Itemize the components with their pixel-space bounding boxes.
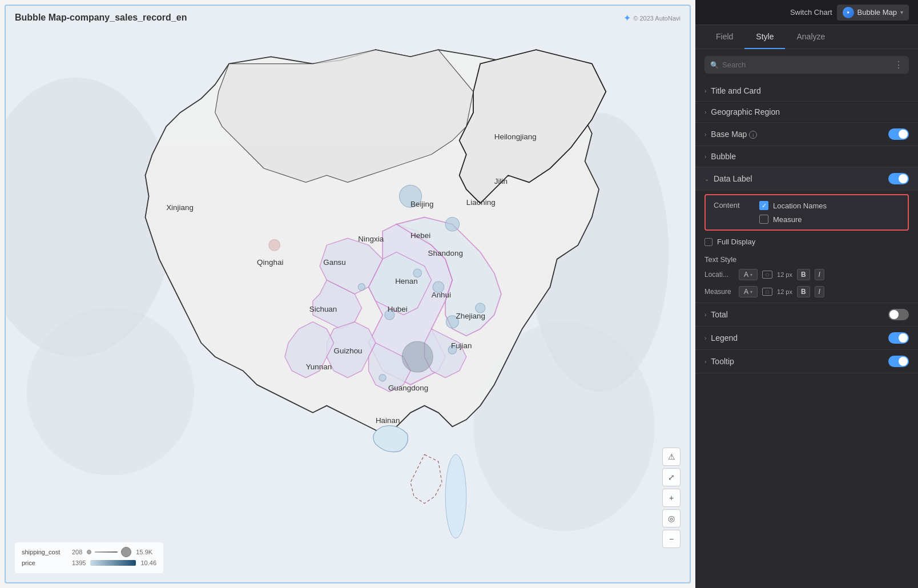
italic-btn-measure[interactable]: I: [815, 286, 824, 297]
switch-chart-label: Switch Chart: [790, 8, 832, 17]
svg-text:Liaoning: Liaoning: [466, 198, 496, 207]
text-style-header: Text Style: [695, 251, 918, 266]
svg-text:Hainan: Hainan: [376, 416, 400, 425]
section-label-title-card: Title and Card: [711, 86, 909, 95]
expand-btn[interactable]: ⤢: [662, 468, 681, 486]
right-panel: Switch Chart ● Bubble Map ▾ Field Style …: [695, 0, 918, 588]
svg-point-17: [445, 454, 466, 538]
svg-point-7: [269, 240, 280, 251]
svg-point-12: [358, 284, 365, 291]
svg-text:Guizhou: Guizhou: [334, 347, 363, 355]
checkbox-row-measure: Measure: [759, 215, 827, 224]
svg-point-13: [402, 341, 433, 372]
full-display-label: Full Display: [717, 237, 755, 246]
svg-point-6: [445, 218, 459, 231]
svg-text:Henan: Henan: [395, 277, 418, 285]
chevron-title-card: ›: [704, 88, 706, 94]
chevron-base-map: ›: [704, 131, 706, 138]
svg-text:Sichuan: Sichuan: [309, 305, 337, 313]
tooltip-toggle[interactable]: [888, 356, 909, 367]
text-style-name-location: Locati...: [704, 271, 734, 279]
screen-icon-measure: □: [762, 288, 772, 296]
zoom-out-btn[interactable]: −: [662, 530, 681, 548]
map-panel: Bubble Map-company_sales_record_en ✦ © 2…: [0, 0, 695, 588]
section-label-tooltip: Tooltip: [711, 357, 888, 366]
px-label-location: 12 px: [777, 271, 792, 278]
legend-toggle[interactable]: [888, 332, 909, 344]
total-toggle[interactable]: [888, 309, 909, 320]
data-label-expanded: Content Location Names Measure Full Disp…: [695, 194, 918, 303]
map-title: Bubble Map-company_sales_record_en: [15, 13, 187, 23]
compass-btn[interactable]: ◎: [662, 509, 681, 527]
svg-text:Qinghai: Qinghai: [257, 258, 283, 267]
svg-text:Ningxia: Ningxia: [358, 235, 384, 243]
svg-point-2: [27, 308, 194, 475]
text-style-row-measure: Measure A ▾ □ 12 px B I: [695, 283, 918, 300]
checkbox-location-names[interactable]: [759, 201, 768, 210]
bold-btn-location[interactable]: B: [797, 269, 810, 280]
chevron-bubble: ›: [704, 154, 706, 160]
sections-area: › Title and Card › Geographic Region › B…: [695, 78, 918, 588]
svg-text:Shandong: Shandong: [428, 249, 463, 257]
full-display-checkbox[interactable]: [704, 238, 712, 246]
section-label-legend: Legend: [711, 333, 888, 343]
bubble-large-icon: [121, 547, 131, 557]
svg-text:Heilongjiang: Heilongjiang: [494, 132, 537, 141]
italic-btn-location[interactable]: I: [815, 269, 824, 280]
chart-type-selector[interactable]: ● Bubble Map ▾: [837, 5, 909, 21]
section-label-bubble: Bubble: [711, 152, 909, 161]
full-display-row: Full Display: [695, 233, 918, 251]
checkbox-label-measure: Measure: [773, 215, 802, 224]
tab-field[interactable]: Field: [704, 25, 744, 49]
section-base-map[interactable]: › Base Map i: [695, 123, 918, 146]
checkbox-label-location: Location Names: [773, 202, 827, 210]
content-label: Content: [714, 201, 748, 210]
section-legend[interactable]: › Legend: [695, 327, 918, 350]
map-svg: Xinjiang Qinghai Gansu Ningxia Beijing H…: [6, 6, 690, 582]
tab-analyze[interactable]: Analyze: [785, 25, 836, 49]
section-geographic-region[interactable]: › Geographic Region: [695, 102, 918, 123]
section-total[interactable]: › Total: [695, 303, 918, 327]
section-data-label[interactable]: ⌄ Data Label: [695, 167, 918, 191]
switch-chart-bar: Switch Chart ● Bubble Map ▾: [695, 0, 918, 25]
data-label-toggle[interactable]: [888, 173, 909, 184]
legend-price-label: price: [22, 559, 67, 566]
font-picker-measure[interactable]: A ▾: [739, 286, 758, 297]
svg-text:Hubei: Hubei: [388, 305, 408, 313]
search-icon: 🔍: [710, 61, 719, 69]
px-label-measure: 12 px: [777, 288, 792, 295]
section-label-total: Total: [711, 310, 888, 319]
zoom-in-btn[interactable]: +: [662, 489, 681, 507]
svg-point-14: [379, 374, 386, 381]
search-input[interactable]: [722, 61, 891, 69]
checkbox-measure[interactable]: [759, 215, 768, 224]
search-bar[interactable]: 🔍 ⋮: [704, 56, 909, 74]
svg-text:Beijing: Beijing: [410, 200, 433, 208]
search-more-icon[interactable]: ⋮: [894, 59, 903, 70]
font-picker-location[interactable]: A ▾: [739, 269, 758, 280]
chevron-geo-region: ›: [704, 109, 706, 115]
chevron-legend: ›: [704, 335, 706, 341]
tabs-bar: Field Style Analyze: [695, 25, 918, 49]
svg-text:Anhui: Anhui: [432, 291, 451, 299]
bold-btn-measure[interactable]: B: [797, 286, 810, 297]
map-controls: ⚠ ⤢ + ◎ −: [662, 448, 681, 548]
text-style-row-location: Locati... A ▾ □ 12 px B I: [695, 266, 918, 283]
chevron-total: ›: [704, 312, 706, 318]
section-bubble[interactable]: › Bubble: [695, 146, 918, 167]
svg-text:Zhejiang: Zhejiang: [456, 312, 485, 320]
warning-btn[interactable]: ⚠: [662, 448, 681, 466]
svg-text:Jilin: Jilin: [494, 177, 508, 186]
svg-text:Hebei: Hebei: [410, 231, 430, 240]
svg-point-8: [413, 269, 422, 277]
map-legend: shipping_cost 208 15.9K price 1395 10.46: [15, 542, 163, 573]
chevron-tooltip: ›: [704, 359, 706, 365]
tab-style[interactable]: Style: [744, 25, 785, 49]
section-tooltip[interactable]: › Tooltip: [695, 350, 918, 373]
map-copyright: ✦ © 2023 AutoNavi: [623, 13, 681, 23]
section-label-data-label: Data Label: [714, 174, 888, 183]
content-checkboxes-row: Content Location Names Measure: [704, 194, 909, 231]
base-map-toggle[interactable]: [888, 128, 909, 140]
section-title-and-card[interactable]: › Title and Card: [695, 80, 918, 102]
screen-icon-location: □: [762, 271, 772, 279]
